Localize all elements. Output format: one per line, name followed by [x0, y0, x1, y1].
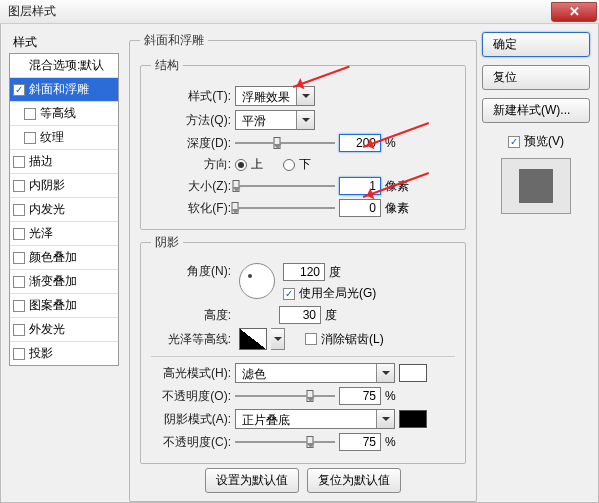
right-panel: 确定 复位 新建样式(W)... 预览(V): [482, 32, 590, 214]
style-item-label: 渐变叠加: [29, 273, 77, 290]
style-item-label: 内发光: [29, 201, 65, 218]
angle-label: 角度(N):: [151, 263, 231, 280]
style-checkbox[interactable]: [13, 180, 25, 192]
size-input[interactable]: [339, 177, 381, 195]
style-item[interactable]: 混合选项:默认: [10, 54, 118, 77]
style-item-label: 外发光: [29, 321, 65, 338]
style-item[interactable]: 外发光: [10, 317, 118, 341]
style-value: 浮雕效果: [236, 87, 296, 105]
angle-dial[interactable]: [239, 263, 275, 299]
shadow-mode-label: 阴影模式(A):: [151, 411, 231, 428]
make-default-button[interactable]: 设置为默认值: [205, 468, 299, 493]
direction-up-radio[interactable]: [235, 159, 247, 171]
style-checkbox[interactable]: [13, 348, 25, 360]
global-light-label: 使用全局光(G): [299, 285, 376, 302]
styles-list: 混合选项:默认斜面和浮雕等高线纹理描边内阴影内发光光泽颜色叠加渐变叠加图案叠加外…: [9, 53, 119, 366]
dialog-content: 样式 混合选项:默认斜面和浮雕等高线纹理描边内阴影内发光光泽颜色叠加渐变叠加图案…: [0, 24, 599, 503]
style-checkbox[interactable]: [13, 276, 25, 288]
preview-box: [501, 158, 571, 214]
direction-up-label: 上: [251, 156, 263, 173]
center-panel: 斜面和浮雕 结构 样式(T): 浮雕效果 方法(Q): 平滑: [129, 32, 477, 503]
structure-label: 结构: [151, 57, 183, 74]
global-light-checkbox[interactable]: [283, 288, 295, 300]
shading-label: 阴影: [151, 234, 183, 251]
shadow-color-swatch[interactable]: [399, 410, 427, 428]
style-item-label: 等高线: [40, 105, 76, 122]
shadow-mode-combo[interactable]: 正片叠底: [235, 409, 395, 429]
style-item[interactable]: 描边: [10, 149, 118, 173]
style-item-label: 光泽: [29, 225, 53, 242]
highlight-color-swatch[interactable]: [399, 364, 427, 382]
style-item[interactable]: 内发光: [10, 197, 118, 221]
style-item[interactable]: 内阴影: [10, 173, 118, 197]
style-item[interactable]: 颜色叠加: [10, 245, 118, 269]
window-title: 图层样式: [8, 3, 56, 20]
style-item[interactable]: 纹理: [10, 125, 118, 149]
soften-unit: 像素: [385, 200, 415, 217]
direction-down-label: 下: [299, 156, 311, 173]
style-checkbox: [13, 60, 25, 72]
style-item[interactable]: 光泽: [10, 221, 118, 245]
antialias-label: 消除锯齿(L): [321, 331, 384, 348]
new-style-button[interactable]: 新建样式(W)...: [482, 98, 590, 123]
style-item[interactable]: 渐变叠加: [10, 269, 118, 293]
style-checkbox[interactable]: [13, 324, 25, 336]
cancel-button[interactable]: 复位: [482, 65, 590, 90]
style-item[interactable]: 投影: [10, 341, 118, 365]
shadow-mode-value: 正片叠底: [236, 410, 376, 428]
shadow-opacity-slider[interactable]: [235, 434, 335, 450]
highlight-opacity-slider[interactable]: [235, 388, 335, 404]
style-checkbox[interactable]: [24, 108, 36, 120]
styles-header: 样式: [9, 32, 119, 53]
direction-down-radio[interactable]: [283, 159, 295, 171]
depth-unit: %: [385, 136, 415, 150]
highlight-mode-combo[interactable]: 滤色: [235, 363, 395, 383]
preview-label: 预览(V): [524, 133, 564, 150]
chevron-down-icon: [376, 364, 394, 382]
shadow-opacity-label: 不透明度(C):: [151, 434, 231, 451]
style-item-label: 描边: [29, 153, 53, 170]
style-checkbox[interactable]: [13, 84, 25, 96]
style-checkbox[interactable]: [13, 228, 25, 240]
depth-input[interactable]: [339, 134, 381, 152]
style-checkbox[interactable]: [13, 300, 25, 312]
structure-group: 结构 样式(T): 浮雕效果 方法(Q): 平滑 深度(: [140, 57, 466, 230]
size-slider[interactable]: [235, 178, 335, 194]
depth-slider[interactable]: [235, 135, 335, 151]
altitude-label: 高度:: [151, 307, 231, 324]
styles-panel: 样式 混合选项:默认斜面和浮雕等高线纹理描边内阴影内发光光泽颜色叠加渐变叠加图案…: [9, 32, 119, 366]
close-button[interactable]: ✕: [551, 2, 597, 22]
preview-checkbox[interactable]: [508, 136, 520, 148]
soften-input[interactable]: [339, 199, 381, 217]
technique-combo[interactable]: 平滑: [235, 110, 315, 130]
style-item[interactable]: 等高线: [10, 101, 118, 125]
angle-input[interactable]: [283, 263, 325, 281]
altitude-input[interactable]: [279, 306, 321, 324]
gloss-contour-picker[interactable]: [271, 328, 285, 350]
style-item[interactable]: 斜面和浮雕: [10, 77, 118, 101]
style-checkbox[interactable]: [13, 156, 25, 168]
style-checkbox[interactable]: [13, 252, 25, 264]
gloss-label: 光泽等高线:: [151, 331, 231, 348]
style-item-label: 内阴影: [29, 177, 65, 194]
reset-default-button[interactable]: 复位为默认值: [307, 468, 401, 493]
style-combo[interactable]: 浮雕效果: [235, 86, 315, 106]
style-checkbox[interactable]: [24, 132, 36, 144]
preview-swatch: [519, 169, 553, 203]
chevron-down-icon: [296, 87, 314, 105]
style-item[interactable]: 图案叠加: [10, 293, 118, 317]
gloss-contour-swatch[interactable]: [239, 328, 267, 350]
bevel-group-label: 斜面和浮雕: [140, 32, 208, 49]
shading-group: 阴影 角度(N): 度 使用全局光(G): [140, 234, 466, 464]
antialias-checkbox[interactable]: [305, 333, 317, 345]
soften-slider[interactable]: [235, 200, 335, 216]
style-checkbox[interactable]: [13, 204, 25, 216]
style-item-label: 混合选项:默认: [29, 57, 104, 74]
titlebar: 图层样式 ✕: [0, 0, 599, 24]
angle-unit: 度: [329, 264, 341, 281]
highlight-opacity-label: 不透明度(O):: [151, 388, 231, 405]
chevron-down-icon: [376, 410, 394, 428]
ok-button[interactable]: 确定: [482, 32, 590, 57]
highlight-opacity-input[interactable]: [339, 387, 381, 405]
shadow-opacity-input[interactable]: [339, 433, 381, 451]
